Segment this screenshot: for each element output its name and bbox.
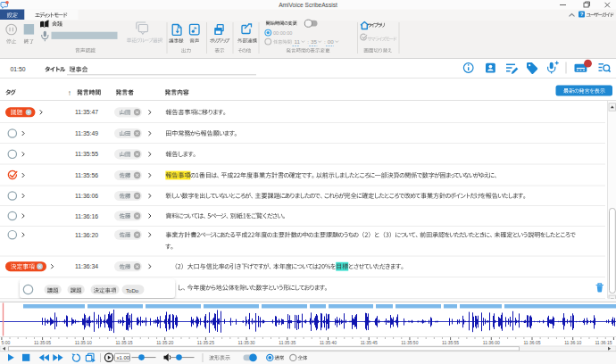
svg-text:?: ?	[580, 12, 584, 17]
svg-text:x1.00: x1.00	[117, 355, 130, 360]
svg-text:11:36:34: 11:36:34	[75, 263, 98, 269]
svg-text:11:36:05: 11:36:05	[523, 340, 540, 345]
svg-text:11:35:40: 11:35:40	[320, 340, 337, 345]
svg-text:11:36:20: 11:36:20	[75, 232, 98, 238]
svg-text:35: 35	[311, 38, 317, 45]
svg-text::: :	[307, 38, 309, 45]
svg-text:11:36:16: 11:36:16	[75, 213, 98, 219]
svg-text:11:36:15: 11:36:15	[595, 340, 612, 345]
svg-text:01:50: 01:50	[11, 66, 26, 72]
svg-text:11:35:10: 11:35:10	[75, 340, 92, 345]
svg-text:00: 00	[328, 38, 334, 45]
svg-text:11:35:55: 11:35:55	[75, 151, 98, 157]
svg-text:5:00: 5:00	[2, 340, 11, 345]
svg-text:11:35:15: 11:35:15	[115, 340, 132, 345]
svg-text:11:35:55: 11:35:55	[442, 340, 459, 345]
svg-text::: :	[324, 38, 326, 45]
svg-text:11:36:10: 11:36:10	[564, 340, 581, 345]
svg-text:11:35:35: 11:35:35	[279, 340, 296, 345]
svg-text:11:35:56: 11:35:56	[75, 172, 98, 178]
svg-text:11:35:45: 11:35:45	[361, 340, 378, 345]
svg-text:11:35:50: 11:35:50	[401, 340, 418, 345]
svg-text:11:35:47: 11:35:47	[75, 109, 98, 115]
svg-text:11:35:05: 11:35:05	[34, 340, 51, 345]
svg-text:11:36:06: 11:36:06	[75, 193, 98, 199]
svg-text:AmiVoice ScribeAssist: AmiVoice ScribeAssist	[279, 2, 337, 8]
svg-text:↑: ↑	[68, 89, 71, 97]
svg-text:00:00:00: 00:00:00	[273, 30, 292, 36]
svg-text:ToDo: ToDo	[126, 287, 139, 294]
svg-text:11:35:30: 11:35:30	[238, 340, 255, 345]
svg-text:11:35:20: 11:35:20	[156, 340, 173, 345]
svg-text:11: 11	[295, 38, 301, 45]
svg-text:11:35:25: 11:35:25	[197, 340, 214, 345]
svg-text:11:35:49: 11:35:49	[75, 130, 98, 136]
svg-text:11:36:00: 11:36:00	[483, 340, 500, 345]
